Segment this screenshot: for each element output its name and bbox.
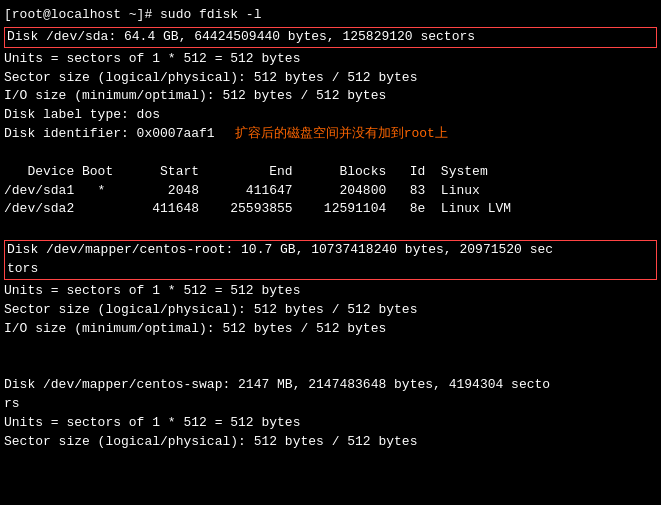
blank2 — [4, 219, 657, 238]
disk-identifier-row: Disk identifier: 0x0007aaf1 扩容后的磁盘空间并没有加… — [4, 125, 657, 144]
block2-line2: tors — [7, 260, 654, 279]
units-line2: Units = sectors of 1 * 512 = 512 bytes — [4, 282, 657, 301]
sector-size-line3: Sector size (logical/physical): 512 byte… — [4, 433, 657, 452]
io-size-line2: I/O size (minimum/optimal): 512 bytes / … — [4, 320, 657, 339]
terminal-window: [root@localhost ~]# sudo fdisk -l Disk /… — [4, 6, 657, 451]
block2-line1: Disk /dev/mapper/centos-root: 10.7 GB, 1… — [7, 241, 654, 260]
table-row2: /dev/sda2 411648 25593855 12591104 8e Li… — [4, 200, 657, 219]
blank4 — [4, 357, 657, 376]
annotation-text: 扩容后的磁盘空间并没有加到root上 — [235, 125, 448, 144]
units-line1: Units = sectors of 1 * 512 = 512 bytes — [4, 50, 657, 69]
sector-size-line2: Sector size (logical/physical): 512 byte… — [4, 301, 657, 320]
centos-swap-line2: rs — [4, 395, 657, 414]
units-line3: Units = sectors of 1 * 512 = 512 bytes — [4, 414, 657, 433]
disk-mapper-centos-root-block: Disk /dev/mapper/centos-root: 10.7 GB, 1… — [4, 240, 657, 280]
table-header: Device Boot Start End Blocks Id System — [4, 163, 657, 182]
centos-swap-line1: Disk /dev/mapper/centos-swap: 2147 MB, 2… — [4, 376, 657, 395]
blank3 — [4, 338, 657, 357]
sector-size-text: Sector size (logical/physical): 512 byte… — [4, 69, 417, 88]
disk-sda-line: Disk /dev/sda: 64.4 GB, 64424509440 byte… — [7, 28, 654, 47]
blank1 — [4, 144, 657, 163]
disk-label-line: Disk label type: dos — [4, 106, 657, 125]
table-row1: /dev/sda1 * 2048 411647 204800 83 Linux — [4, 182, 657, 201]
disk-sda-block: Disk /dev/sda: 64.4 GB, 64424509440 byte… — [4, 27, 657, 48]
disk-identifier-text: Disk identifier: 0x0007aaf1 — [4, 125, 215, 144]
io-size-line1: I/O size (minimum/optimal): 512 bytes / … — [4, 87, 657, 106]
sector-size-line: Sector size (logical/physical): 512 byte… — [4, 69, 657, 88]
prompt-line: [root@localhost ~]# sudo fdisk -l — [4, 6, 657, 25]
